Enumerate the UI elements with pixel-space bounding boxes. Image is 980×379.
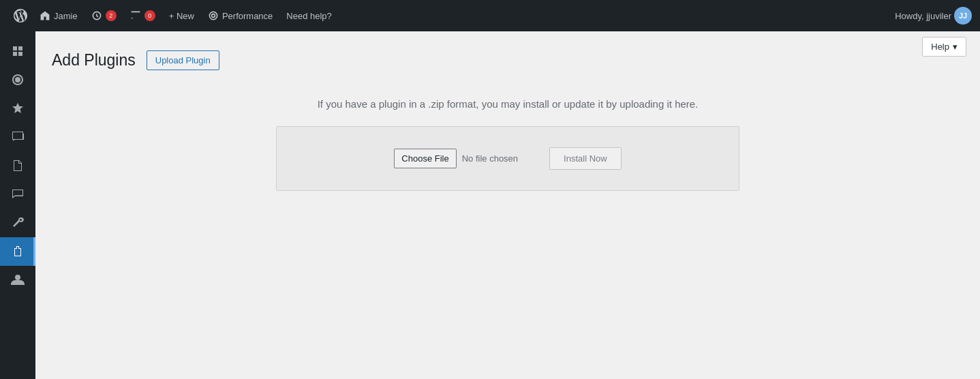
comments-icon xyxy=(130,10,141,21)
howdy-text: Howdy, jjuviler xyxy=(895,11,951,21)
sidebar-item-appearance[interactable] xyxy=(0,65,35,94)
comments2-icon xyxy=(11,187,25,201)
sidebar-item-comments[interactable] xyxy=(0,180,35,209)
need-help-label: Need help? xyxy=(286,11,332,21)
performance-icon xyxy=(208,10,219,21)
install-now-label: Install Now xyxy=(564,153,607,164)
page-title: Add Plugins xyxy=(52,50,136,71)
performance-label: Performance xyxy=(222,11,273,21)
updates-icon xyxy=(91,10,102,21)
upload-plugin-label: Upload Plugin xyxy=(155,55,211,65)
new-label: + New xyxy=(169,11,194,21)
topbar-right: Howdy, jjuviler JJ xyxy=(895,7,972,25)
topbar-left: Jamie 2 0 + New Performance xyxy=(8,0,895,31)
install-now-button[interactable]: Install Now xyxy=(549,147,622,170)
dashboard-icon xyxy=(11,44,25,58)
sidebar-item-dashboard[interactable] xyxy=(0,37,35,65)
file-input-area: Choose File No file chosen xyxy=(394,149,518,168)
comments-badge: 0 xyxy=(144,10,155,21)
help-btn-container: Help ▾ xyxy=(922,37,966,57)
description-text: If you have a plugin in a .zip format, y… xyxy=(52,98,964,110)
home-icon xyxy=(40,10,50,21)
site-name-button[interactable]: Jamie xyxy=(33,0,85,31)
help-button[interactable]: Help ▾ xyxy=(922,37,966,57)
upload-box: Choose File No file chosen Install Now xyxy=(276,126,739,191)
sidebar xyxy=(0,31,35,379)
sidebar-item-tools[interactable] xyxy=(0,209,35,237)
choose-file-button[interactable]: Choose File xyxy=(394,149,456,168)
sidebar-item-jetpack[interactable] xyxy=(0,94,35,123)
wp-logo-icon xyxy=(14,9,27,22)
users-icon xyxy=(11,273,25,287)
new-button[interactable]: + New xyxy=(162,0,201,31)
avatar[interactable]: JJ xyxy=(954,7,972,25)
plugins-icon xyxy=(11,245,25,258)
tools-icon xyxy=(11,216,25,230)
wp-logo-button[interactable] xyxy=(8,0,33,31)
upload-plugin-button[interactable]: Upload Plugin xyxy=(147,50,219,70)
help-label: Help xyxy=(931,42,949,52)
page-header: Add Plugins Upload Plugin xyxy=(52,50,964,71)
sidebar-item-feedback[interactable] xyxy=(0,123,35,151)
jetpack-icon xyxy=(11,102,25,115)
comments-button[interactable]: 0 xyxy=(123,0,162,31)
main-content: Help ▾ Add Plugins Upload Plugin If you … xyxy=(35,31,980,379)
sidebar-item-users[interactable] xyxy=(0,266,35,294)
performance-button[interactable]: Performance xyxy=(201,0,279,31)
avatar-initials: JJ xyxy=(959,12,967,20)
topbar: Jamie 2 0 + New Performance xyxy=(0,0,980,31)
help-chevron-icon: ▾ xyxy=(953,42,958,52)
no-file-text: No file chosen xyxy=(462,153,518,164)
sidebar-item-plugins[interactable] xyxy=(0,237,35,266)
site-name-label: Jamie xyxy=(54,11,78,21)
layout: Help ▾ Add Plugins Upload Plugin If you … xyxy=(0,31,980,379)
updates-button[interactable]: 2 xyxy=(85,0,123,31)
feedback-icon xyxy=(11,130,25,144)
choose-file-label: Choose File xyxy=(401,153,448,164)
need-help-button[interactable]: Need help? xyxy=(279,0,339,31)
updates-badge: 2 xyxy=(106,10,117,21)
pages-icon xyxy=(11,159,25,172)
sidebar-item-pages[interactable] xyxy=(0,151,35,180)
appearance-icon xyxy=(11,73,25,87)
